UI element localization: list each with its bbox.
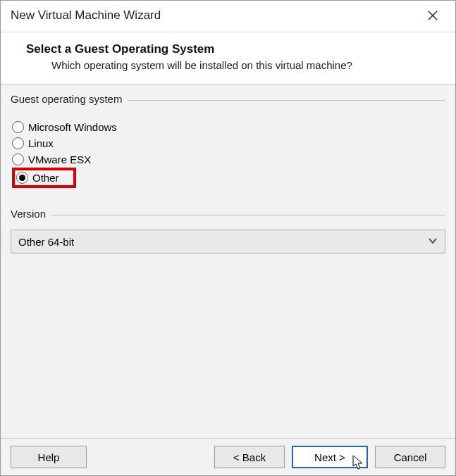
highlight-box: Other	[12, 168, 76, 188]
close-button[interactable]	[419, 5, 447, 26]
cancel-button[interactable]: Cancel	[375, 446, 445, 468]
cancel-label: Cancel	[394, 451, 427, 463]
wizard-header: Select a Guest Operating System Which op…	[1, 32, 455, 84]
version-selected-value: Other 64-bit	[18, 236, 74, 248]
version-group: Version	[11, 208, 445, 223]
help-label: Help	[38, 451, 60, 463]
wizard-footer: Help < Back Next > Cancel	[1, 438, 455, 475]
radio-icon	[12, 154, 24, 165]
radio-label: Linux	[28, 137, 54, 149]
page-heading: Select a Guest Operating System	[26, 42, 438, 56]
divider	[51, 215, 445, 215]
back-label: < Back	[233, 451, 266, 463]
radio-icon	[12, 137, 24, 149]
radio-other[interactable]: Other	[16, 172, 59, 184]
page-subheading: Which operating system will be installed…	[26, 59, 438, 71]
titlebar: New Virtual Machine Wizard	[1, 1, 455, 32]
wizard-body: Guest operating system Microsoft Windows…	[1, 84, 455, 438]
next-button[interactable]: Next >	[292, 446, 368, 468]
radio-label: Microsoft Windows	[28, 121, 117, 133]
radio-label: Other	[32, 172, 59, 184]
guest-os-radio-list: Microsoft Windows Linux VMware ESX Other	[11, 115, 445, 198]
radio-linux[interactable]: Linux	[12, 135, 444, 151]
close-icon	[428, 11, 438, 20]
version-select[interactable]: Other 64-bit	[11, 230, 445, 253]
radio-label: VMware ESX	[28, 154, 91, 165]
guest-os-group: Guest operating system	[11, 93, 445, 108]
divider	[128, 100, 445, 101]
radio-icon	[16, 172, 28, 184]
chevron-down-icon	[428, 236, 438, 248]
wizard-window: New Virtual Machine Wizard Select a Gues…	[0, 0, 456, 476]
radio-vmware-esx[interactable]: VMware ESX	[12, 151, 444, 168]
back-button[interactable]: < Back	[214, 446, 285, 468]
next-label: Next >	[314, 451, 345, 463]
help-button[interactable]: Help	[11, 446, 87, 468]
window-title: New Virtual Machine Wizard	[11, 8, 161, 23]
radio-icon	[12, 121, 24, 133]
version-label: Version	[11, 208, 46, 220]
radio-microsoft-windows[interactable]: Microsoft Windows	[12, 119, 444, 135]
guest-os-label: Guest operating system	[11, 93, 122, 105]
